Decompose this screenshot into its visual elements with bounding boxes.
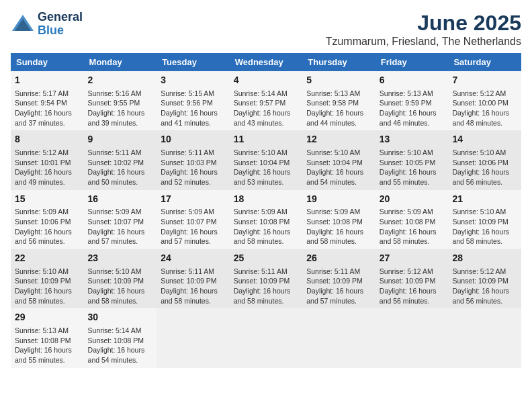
day-info: Sunrise: 5:14 AMSunset: 9:57 PMDaylight:… xyxy=(234,89,299,128)
calendar-table: Sunday Monday Tuesday Wednesday Thursday… xyxy=(11,53,521,368)
sunrise-text: Sunrise: 5:09 AM xyxy=(234,208,287,216)
sunrise-text: Sunrise: 5:09 AM xyxy=(88,208,142,216)
sunset-text: Sunset: 10:09 PM xyxy=(452,277,508,285)
table-row: 23Sunrise: 5:10 AMSunset: 10:09 PMDaylig… xyxy=(84,249,157,308)
table-row: 8Sunrise: 5:12 AMSunset: 10:01 PMDayligh… xyxy=(11,130,84,189)
sunrise-text: Sunrise: 5:13 AM xyxy=(306,89,360,97)
daylight-text: Daylight: 16 hours and 58 minutes. xyxy=(161,287,218,305)
table-row: 24Sunrise: 5:11 AMSunset: 10:09 PMDaylig… xyxy=(157,249,230,308)
day-number: 3 xyxy=(161,74,226,87)
day-info: Sunrise: 5:12 AMSunset: 10:01 PMDaylight… xyxy=(15,148,80,187)
sunset-text: Sunset: 10:08 PM xyxy=(234,218,290,226)
col-friday: Friday xyxy=(375,53,449,71)
day-info: Sunrise: 5:11 AMSunset: 10:09 PMDaylight… xyxy=(161,267,226,306)
day-info: Sunrise: 5:10 AMSunset: 10:05 PMDaylight… xyxy=(380,148,445,187)
daylight-text: Daylight: 16 hours and 57 minutes. xyxy=(161,228,218,246)
sunrise-text: Sunrise: 5:16 AM xyxy=(88,89,142,97)
calendar-header-row: Sunday Monday Tuesday Wednesday Thursday… xyxy=(11,53,521,71)
daylight-text: Daylight: 16 hours and 52 minutes. xyxy=(161,168,218,186)
col-thursday: Thursday xyxy=(302,53,375,71)
day-info: Sunrise: 5:09 AMSunset: 10:06 PMDaylight… xyxy=(15,207,80,246)
daylight-text: Daylight: 16 hours and 57 minutes. xyxy=(306,287,363,305)
day-number: 27 xyxy=(380,252,445,265)
daylight-text: Daylight: 16 hours and 56 minutes. xyxy=(452,168,509,186)
table-row: 25Sunrise: 5:11 AMSunset: 10:09 PMDaylig… xyxy=(230,249,303,308)
table-row: 13Sunrise: 5:10 AMSunset: 10:05 PMDaylig… xyxy=(375,130,449,189)
day-number: 6 xyxy=(380,74,445,87)
daylight-text: Daylight: 16 hours and 43 minutes. xyxy=(234,109,291,127)
day-info: Sunrise: 5:13 AMSunset: 10:08 PMDaylight… xyxy=(15,326,80,365)
day-info: Sunrise: 5:17 AMSunset: 9:54 PMDaylight:… xyxy=(15,89,80,128)
sunrise-text: Sunrise: 5:10 AM xyxy=(15,267,69,275)
table-row: 2Sunrise: 5:16 AMSunset: 9:55 PMDaylight… xyxy=(84,71,157,130)
day-number: 28 xyxy=(452,252,517,265)
col-sunday: Sunday xyxy=(11,53,84,71)
sunrise-text: Sunrise: 5:09 AM xyxy=(15,208,69,216)
daylight-text: Daylight: 16 hours and 39 minutes. xyxy=(88,109,145,127)
table-row: 26Sunrise: 5:11 AMSunset: 10:09 PMDaylig… xyxy=(302,249,375,308)
daylight-text: Daylight: 16 hours and 58 minutes. xyxy=(15,287,72,305)
day-number: 12 xyxy=(306,133,371,146)
daylight-text: Daylight: 16 hours and 58 minutes. xyxy=(88,287,145,305)
logo: General Blue xyxy=(11,11,83,38)
calendar-week-row: 22Sunrise: 5:10 AMSunset: 10:09 PMDaylig… xyxy=(11,249,521,308)
table-row xyxy=(302,308,375,367)
sunrise-text: Sunrise: 5:12 AM xyxy=(452,267,506,275)
sunset-text: Sunset: 10:09 PM xyxy=(306,277,362,285)
sunset-text: Sunset: 10:06 PM xyxy=(15,218,71,226)
daylight-text: Daylight: 16 hours and 56 minutes. xyxy=(452,287,509,305)
logo-blue: Blue xyxy=(38,24,83,38)
day-info: Sunrise: 5:11 AMSunset: 10:02 PMDaylight… xyxy=(88,148,153,187)
day-number: 10 xyxy=(161,133,226,146)
daylight-text: Daylight: 16 hours and 55 minutes. xyxy=(380,168,437,186)
sunrise-text: Sunrise: 5:09 AM xyxy=(161,208,214,216)
day-info: Sunrise: 5:11 AMSunset: 10:09 PMDaylight… xyxy=(234,267,299,306)
day-number: 14 xyxy=(452,133,517,146)
day-info: Sunrise: 5:09 AMSunset: 10:08 PMDaylight… xyxy=(234,207,299,246)
daylight-text: Daylight: 16 hours and 46 minutes. xyxy=(380,109,437,127)
sunrise-text: Sunrise: 5:14 AM xyxy=(88,326,142,334)
sunrise-text: Sunrise: 5:15 AM xyxy=(161,89,214,97)
logo-text: General Blue xyxy=(38,11,83,38)
table-row: 1Sunrise: 5:17 AMSunset: 9:54 PMDaylight… xyxy=(11,71,84,130)
sunset-text: Sunset: 9:56 PM xyxy=(161,99,213,107)
daylight-text: Daylight: 16 hours and 56 minutes. xyxy=(15,228,72,246)
col-wednesday: Wednesday xyxy=(230,53,303,71)
day-info: Sunrise: 5:09 AMSunset: 10:07 PMDaylight… xyxy=(88,207,153,246)
table-row xyxy=(375,308,449,367)
daylight-text: Daylight: 16 hours and 58 minutes. xyxy=(234,287,291,305)
day-info: Sunrise: 5:15 AMSunset: 9:56 PMDaylight:… xyxy=(161,89,226,128)
col-tuesday: Tuesday xyxy=(157,53,230,71)
month-title: June 2025 xyxy=(326,11,521,36)
table-row: 3Sunrise: 5:15 AMSunset: 9:56 PMDaylight… xyxy=(157,71,230,130)
day-number: 25 xyxy=(234,252,299,265)
daylight-text: Daylight: 16 hours and 55 minutes. xyxy=(15,346,72,364)
daylight-text: Daylight: 16 hours and 50 minutes. xyxy=(88,168,145,186)
sunset-text: Sunset: 10:07 PM xyxy=(88,218,144,226)
table-row xyxy=(157,308,230,367)
sunrise-text: Sunrise: 5:13 AM xyxy=(15,326,69,334)
calendar-week-row: 8Sunrise: 5:12 AMSunset: 10:01 PMDayligh… xyxy=(11,130,521,189)
table-row: 4Sunrise: 5:14 AMSunset: 9:57 PMDaylight… xyxy=(230,71,303,130)
day-info: Sunrise: 5:16 AMSunset: 9:55 PMDaylight:… xyxy=(88,89,153,128)
sunset-text: Sunset: 9:55 PM xyxy=(88,99,140,107)
sunset-text: Sunset: 9:59 PM xyxy=(380,99,432,107)
sunset-text: Sunset: 10:04 PM xyxy=(306,158,362,167)
table-row: 15Sunrise: 5:09 AMSunset: 10:06 PMDaylig… xyxy=(11,190,84,249)
table-row: 7Sunrise: 5:12 AMSunset: 10:00 PMDayligh… xyxy=(448,71,521,130)
day-number: 24 xyxy=(161,252,226,265)
sunset-text: Sunset: 10:04 PM xyxy=(234,158,290,167)
daylight-text: Daylight: 16 hours and 48 minutes. xyxy=(452,109,509,127)
day-number: 1 xyxy=(15,74,80,87)
table-row: 11Sunrise: 5:10 AMSunset: 10:04 PMDaylig… xyxy=(230,130,303,189)
sunset-text: Sunset: 9:57 PM xyxy=(234,99,286,107)
sunrise-text: Sunrise: 5:11 AM xyxy=(234,267,287,275)
day-info: Sunrise: 5:11 AMSunset: 10:09 PMDaylight… xyxy=(306,267,371,306)
day-number: 7 xyxy=(452,74,517,87)
daylight-text: Daylight: 16 hours and 53 minutes. xyxy=(234,168,291,186)
sunset-text: Sunset: 10:08 PM xyxy=(88,336,144,345)
sunrise-text: Sunrise: 5:14 AM xyxy=(234,89,287,97)
daylight-text: Daylight: 16 hours and 58 minutes. xyxy=(234,228,291,246)
day-number: 2 xyxy=(88,74,153,87)
sunset-text: Sunset: 10:03 PM xyxy=(161,158,216,167)
